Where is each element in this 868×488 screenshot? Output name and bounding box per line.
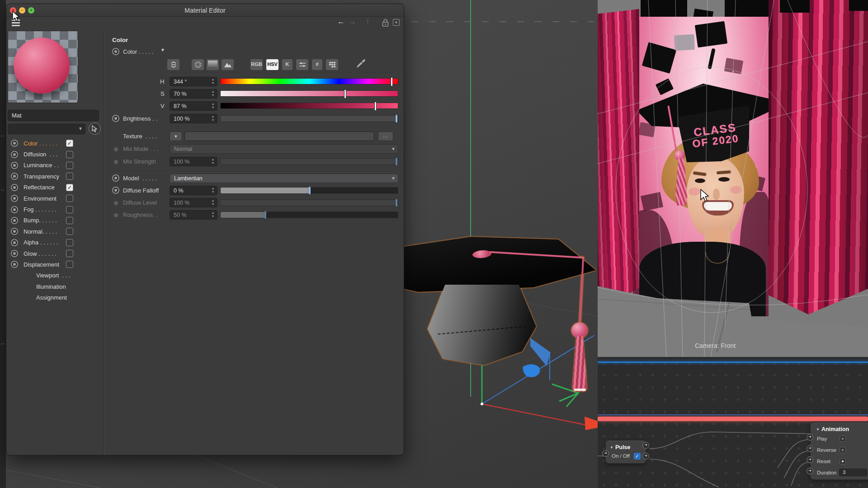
channel-normal[interactable]: Normal. . . . . — [7, 226, 103, 237]
animation-play-port[interactable]: ➜ — [807, 434, 813, 441]
color-wheel-icon[interactable] — [192, 59, 204, 70]
saturation-field[interactable]: 70 % ▲▼ — [170, 89, 217, 99]
node-editor[interactable]: ▼Pulse On / Off ✓ ➜ ➜ ➜ ▼Animation Play … — [598, 357, 868, 488]
new-window-icon[interactable]: + — [393, 19, 400, 26]
channel-diffusion[interactable]: Diffusion . . . — [7, 149, 103, 160]
channel-assignment[interactable]: Assignment — [7, 292, 103, 303]
value-slider[interactable] — [220, 103, 398, 109]
channel-checkbox[interactable] — [66, 173, 73, 180]
material-name-field[interactable]: Mat — [8, 110, 99, 121]
channel-anim-radio[interactable] — [11, 206, 18, 213]
mixer-icon[interactable] — [296, 59, 308, 70]
graduation-cap-3d-model[interactable] — [398, 234, 601, 392]
difffalloff-anim-radio[interactable] — [112, 187, 119, 194]
lock-icon[interactable] — [382, 19, 389, 27]
zoom-button[interactable]: + — [28, 7, 34, 14]
model-anim-radio[interactable] — [112, 174, 119, 182]
texture-path-field[interactable] — [184, 131, 374, 141]
channel-checkbox[interactable] — [66, 184, 73, 191]
channel-checkbox[interactable] — [66, 228, 73, 235]
material-preview[interactable] — [8, 31, 78, 103]
hsv-mode-button[interactable]: HSV — [266, 59, 278, 70]
saturation-slider-handle[interactable] — [344, 89, 346, 99]
play-button[interactable] — [840, 436, 846, 442]
stepper-icon[interactable]: ▲▼ — [210, 78, 216, 85]
channel-anim-radio[interactable] — [11, 228, 18, 235]
channel-reflectance[interactable]: Reflectance — [7, 182, 103, 193]
hue-field[interactable]: 344 ° ▲▼ — [170, 77, 217, 86]
front-camera-viewport[interactable]: CLASS OF 2020 — [598, 0, 868, 357]
channel-checkbox[interactable] — [66, 151, 73, 158]
channel-luminance[interactable]: Luminance . . — [7, 160, 103, 171]
brightness-field[interactable]: 100 % ▲▼ — [170, 114, 217, 123]
pulse-toggle-checkbox[interactable]: ✓ — [634, 453, 641, 460]
chevron-down-icon[interactable]: ▼ — [160, 47, 165, 52]
pulse-node-header[interactable]: ▼Pulse — [610, 443, 630, 451]
channel-bump[interactable]: Bump. . . . . . — [7, 215, 103, 226]
texture-browse-button[interactable]: ... — [378, 131, 393, 141]
animation-reset-port[interactable]: ➜ — [807, 456, 813, 463]
channel-anim-radio[interactable] — [11, 173, 18, 180]
channel-fog[interactable]: Fog . . . . . . . — [7, 204, 103, 215]
brightness-anim-radio[interactable] — [112, 115, 119, 122]
stepper-icon[interactable]: ▲▼ — [210, 90, 216, 97]
swatches-icon[interactable] — [326, 59, 338, 70]
channel-displacement[interactable]: Displacement — [7, 259, 103, 270]
channel-checkbox[interactable] — [66, 140, 73, 147]
duration-field[interactable]: 3 — [839, 469, 867, 476]
saturation-slider[interactable] — [220, 90, 398, 97]
model-dropdown[interactable]: Lambertian ▼ — [170, 174, 398, 183]
channel-anim-radio[interactable] — [11, 151, 18, 158]
reset-button[interactable] — [840, 458, 846, 465]
window-titlebar[interactable]: ✕ − + Material Editor — [6, 4, 404, 17]
compact-mode-icon[interactable] — [167, 59, 179, 70]
animation-node[interactable]: ▼Animation Play Reverse Reset Duration 3 — [810, 422, 868, 480]
reverse-button[interactable] — [840, 447, 846, 453]
channel-transparency[interactable]: Transparency — [7, 171, 103, 182]
channel-checkbox[interactable] — [66, 195, 73, 202]
channel-checkbox[interactable] — [66, 250, 73, 257]
collapse-triangle-icon[interactable]: ▼ — [610, 446, 613, 450]
channel-checkbox[interactable] — [66, 162, 73, 169]
channel-checkbox[interactable] — [66, 239, 73, 246]
channel-anim-radio[interactable] — [11, 217, 18, 224]
channel-glow[interactable]: Glow . . . . . . — [7, 248, 103, 259]
difffalloff-field[interactable]: 0 % ▲▼ — [170, 186, 217, 195]
value-field[interactable]: 87 % ▲▼ — [170, 101, 217, 111]
spectrum-icon[interactable] — [207, 59, 219, 70]
preview-type-dropdown[interactable]: ▼ — [8, 124, 85, 134]
channel-viewport[interactable]: Viewport . . . — [7, 270, 103, 281]
hue-slider-handle[interactable] — [391, 77, 393, 86]
stepper-icon[interactable]: ▲▼ — [210, 187, 216, 194]
channel-anim-radio[interactable] — [11, 239, 18, 246]
channel-checkbox[interactable] — [66, 217, 73, 224]
animation-reverse-port[interactable]: ➜ — [807, 445, 813, 452]
stepper-icon[interactable]: ▲▼ — [210, 102, 216, 109]
difffalloff-slider[interactable] — [220, 187, 398, 194]
channel-environment[interactable]: Environment — [7, 193, 103, 204]
channel-illumination[interactable]: Illumination — [7, 281, 103, 292]
channel-anim-radio[interactable] — [11, 195, 18, 202]
pulse-input-port[interactable]: ➜ — [602, 450, 609, 457]
animation-node-header[interactable]: ▼Animation — [816, 425, 849, 433]
channel-alpha[interactable]: Alpha . . . . . . — [7, 237, 103, 248]
pulse-output-port-top[interactable]: ➜ — [642, 442, 649, 449]
brightness-slider[interactable] — [220, 115, 398, 122]
channel-color[interactable]: Color . . . . . . — [7, 138, 103, 149]
up-arrow-icon[interactable]: ↑ — [366, 17, 370, 26]
value-slider-handle[interactable] — [374, 102, 377, 111]
channel-anim-radio[interactable] — [11, 162, 18, 169]
channel-anim-radio[interactable] — [11, 261, 18, 268]
difffalloff-slider-handle[interactable] — [309, 187, 311, 194]
pulse-output-port-bottom[interactable]: ➜ — [642, 453, 649, 460]
stepper-icon[interactable]: ▲▼ — [210, 115, 216, 122]
material-editor-window[interactable]: ✕ − + Material Editor ← → ↑ + Mat ▼ — [6, 4, 404, 455]
collapse-triangle-icon[interactable]: ▼ — [816, 427, 820, 432]
image-icon[interactable] — [222, 59, 234, 70]
rgb-mode-button[interactable]: RGB — [250, 59, 263, 70]
pick-material-button[interactable] — [89, 122, 101, 135]
brightness-slider-handle[interactable] — [396, 115, 397, 122]
hue-slider[interactable] — [220, 78, 398, 84]
forward-arrow-icon[interactable]: → — [349, 17, 356, 26]
pulse-node[interactable]: ▼Pulse On / Off ✓ — [605, 440, 646, 464]
